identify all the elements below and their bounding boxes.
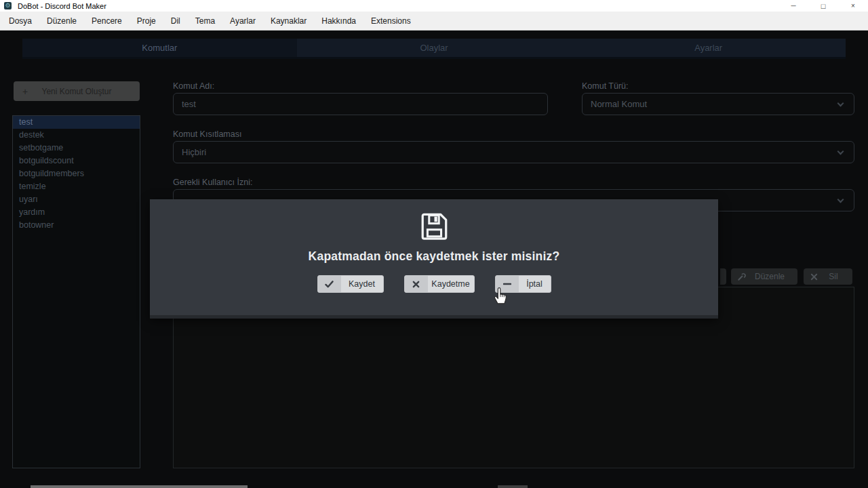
menu-proje[interactable]: Proje — [130, 12, 163, 30]
delete-button-label: Sil — [824, 272, 852, 281]
command-restriction-value: Hiçbiri — [182, 147, 206, 157]
menu-bar: Dosya Düzenle Pencere Proje Dil Tema Aya… — [0, 12, 868, 30]
wrench-icon — [731, 272, 751, 281]
title-bar: ⚙ DoBot - Discord Bot Maker ─ □ × — [0, 0, 868, 12]
menu-tema[interactable]: Tema — [188, 12, 222, 30]
command-list-item[interactable]: botowner — [13, 219, 140, 232]
command-type-select[interactable]: Normal Komut — [582, 93, 854, 115]
maximize-button[interactable]: □ — [808, 0, 838, 12]
command-list-item[interactable]: yardım — [13, 206, 140, 219]
mouse-cursor — [492, 285, 509, 305]
command-list-item[interactable]: test — [13, 116, 140, 129]
command-restriction-select[interactable]: Hiçbiri — [173, 141, 854, 163]
menu-pencere[interactable]: Pencere — [84, 12, 130, 30]
command-type-value: Normal Komut — [591, 99, 647, 109]
command-name-input[interactable] — [173, 93, 548, 115]
x-icon — [804, 273, 824, 281]
check-icon — [318, 276, 341, 292]
command-list: test destek setbotgame botguildscount bo… — [12, 115, 140, 468]
edit-button-label: Düzenle — [751, 272, 797, 281]
command-list-item[interactable]: uyarı — [13, 193, 140, 206]
menu-hakkinda[interactable]: Hakkında — [314, 12, 363, 30]
tab-olaylar[interactable]: Olaylar — [297, 39, 572, 57]
menu-dil[interactable]: Dil — [163, 12, 188, 30]
new-command-button[interactable]: + Yeni Komut Oluştur — [14, 81, 140, 101]
command-list-item[interactable]: botguildmembers — [13, 167, 140, 180]
dialog-message: Kapatmadan önce kaydetmek ister misiniz? — [309, 249, 560, 264]
chevron-down-icon — [837, 100, 844, 107]
command-type-label: Komut Türü: — [582, 81, 629, 91]
tab-ayarlar[interactable]: Ayarlar — [571, 39, 846, 57]
menu-extensions[interactable]: Extensions — [363, 12, 418, 30]
tab-komutlar[interactable]: Komutlar — [22, 39, 297, 57]
app-icon: ⚙ — [4, 2, 12, 9]
command-restriction-label: Komut Kısıtlaması — [173, 129, 241, 139]
command-list-item[interactable]: setbotgame — [13, 142, 140, 155]
app-window: ⚙ DoBot - Discord Bot Maker ─ □ × Dosya … — [0, 0, 868, 488]
chevron-down-icon — [837, 197, 844, 203]
save-icon — [418, 211, 450, 245]
new-command-label: Yeni Komut Oluştur — [37, 87, 117, 96]
horizontal-scrollbar-thumb[interactable] — [498, 485, 528, 488]
main-tab-bar: Komutlar Olaylar Ayarlar — [22, 39, 846, 59]
x-icon — [405, 276, 428, 292]
dialog-button-row: Kaydet Kaydetme İp — [317, 275, 551, 293]
required-permission-label: Gerekli Kullanıcı İzni: — [173, 178, 252, 187]
edit-button[interactable]: Düzenle — [731, 268, 797, 285]
command-list-item[interactable]: temizle — [13, 180, 140, 193]
menu-ayarlar[interactable]: Ayarlar — [222, 12, 263, 30]
command-list-item[interactable]: destek — [13, 129, 140, 142]
save-confirm-button[interactable]: Kaydet — [317, 275, 384, 293]
chevron-down-icon — [837, 148, 844, 155]
partial-button-edge[interactable] — [720, 268, 726, 285]
minimize-button[interactable]: ─ — [778, 0, 808, 12]
menu-dosya[interactable]: Dosya — [1, 12, 39, 30]
command-list-item[interactable]: botguildscount — [13, 155, 140, 167]
close-button[interactable]: × — [838, 0, 868, 12]
horizontal-scrollbar-thumb[interactable] — [31, 485, 248, 488]
save-confirmation-dialog: Kapatmadan önce kaydetmek ister misiniz?… — [150, 199, 718, 319]
dont-save-label: Kaydetme — [428, 276, 474, 292]
menu-kaynaklar[interactable]: Kaynaklar — [263, 12, 314, 30]
save-confirm-label: Kaydet — [341, 276, 383, 292]
delete-button[interactable]: Sil — [804, 268, 852, 285]
dont-save-button[interactable]: Kaydetme — [404, 275, 475, 293]
cancel-label: İptal — [519, 276, 551, 292]
menu-duzenle[interactable]: Düzenle — [39, 12, 84, 30]
window-title: DoBot - Discord Bot Maker — [18, 2, 106, 10]
command-name-label: Komut Adı: — [173, 81, 214, 91]
plus-icon: + — [14, 86, 37, 97]
